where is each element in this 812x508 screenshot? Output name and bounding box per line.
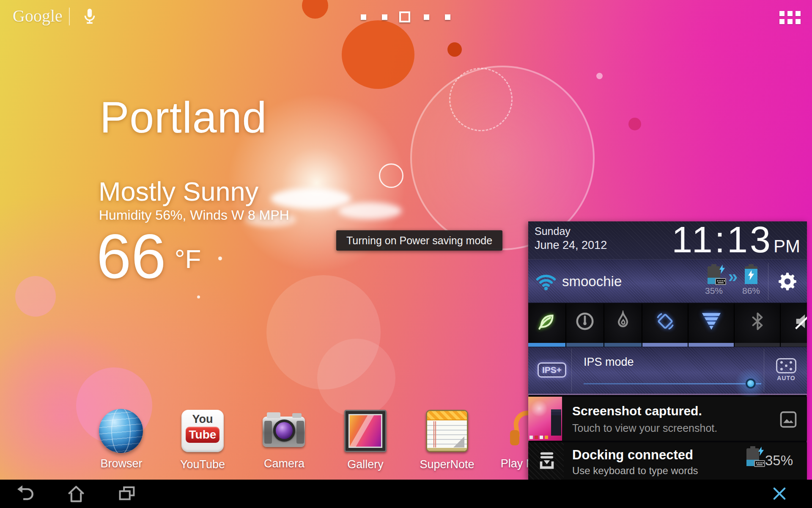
dock-battery-indicator: 86% [745, 266, 763, 296]
toggle-power-saving[interactable] [528, 304, 565, 347]
page-indicator-5[interactable] [445, 14, 450, 20]
home-button[interactable] [66, 484, 86, 504]
camera-icon [262, 409, 307, 454]
notification-docking[interactable]: Docking connected Use keyboard to type w… [528, 442, 807, 480]
app-label: Gallery [334, 458, 397, 471]
clock: 11:13 PM [672, 220, 800, 260]
charging-bolt-icon [758, 447, 764, 456]
notification-subtitle: Use keyboard to type words [572, 465, 698, 477]
charging-bolt-icon [748, 270, 754, 280]
pad-battery-icon [708, 266, 720, 284]
all-apps-button[interactable] [779, 11, 801, 24]
keyboard-dock-icon [754, 460, 765, 467]
app-label: SuperNote [415, 458, 479, 471]
pad-battery-percent: 35% [702, 286, 726, 296]
wifi-status-row[interactable]: smoochie 35% » 86% [528, 260, 807, 304]
ips-plus-badge[interactable]: IPS+ [538, 362, 566, 378]
toggle-performance-mode[interactable] [604, 304, 642, 347]
app-label: YouTube [171, 458, 234, 471]
youtube-icon: You Tube [181, 410, 224, 452]
back-button[interactable] [16, 484, 36, 504]
notification-subtitle: Touch to view your screenshot. [572, 422, 717, 434]
toast-message: Turning on Power saving mode [336, 230, 502, 251]
gallery-icon [344, 410, 387, 452]
flame-icon [612, 310, 634, 332]
pad-battery-indicator [746, 448, 759, 466]
date-block: Sunday June 24, 2012 [535, 225, 607, 252]
weather-temperature: 66 °F [96, 225, 201, 288]
weather-city: Portland [100, 92, 267, 143]
app-label: Browser [90, 457, 153, 470]
bluetooth-icon [747, 311, 768, 332]
dock-insert-icon [536, 449, 558, 473]
wifi-icon [535, 271, 557, 293]
home-screen: Google Portland Mostly Sunny Humidity 56… [0, 0, 812, 508]
notification-title: Docking connected [572, 447, 693, 463]
weather-details: Humidity 56%, Winds W 8 MPH [99, 207, 289, 223]
screenshot-thumbnail[interactable] [528, 397, 562, 441]
notification-title: Screenshot captured. [572, 404, 702, 418]
app-browser[interactable]: Browser [90, 409, 153, 470]
gauge-icon [574, 310, 596, 332]
weather-condition: Mostly Sunny [99, 176, 258, 207]
toggle-balanced-mode[interactable] [566, 304, 604, 347]
app-youtube[interactable]: You Tube YouTube [171, 409, 234, 471]
date-day: Sunday [535, 225, 607, 237]
clock-meridiem: PM [774, 236, 800, 257]
app-gallery[interactable]: Gallery [334, 409, 397, 471]
transfer-chevrons-icon: » [728, 267, 738, 286]
toggle-bluetooth[interactable] [735, 304, 780, 347]
browser-icon [99, 409, 143, 453]
app-label: Camera [252, 457, 316, 470]
voice-search-icon[interactable] [80, 6, 99, 26]
pad-battery-percent: 35% [765, 453, 793, 469]
pad-battery-indicator: 35% [708, 266, 726, 296]
temperature-unit: °F [175, 244, 201, 274]
toggle-sound-mute[interactable] [781, 304, 807, 347]
app-camera[interactable]: Camera [252, 409, 316, 470]
system-navbar [0, 480, 812, 508]
quick-toggles-row [528, 304, 807, 347]
pad-battery-icon [746, 448, 759, 466]
auto-brightness-button[interactable]: AUTO [773, 358, 800, 381]
app-supernote[interactable]: SuperNote [415, 409, 479, 471]
clock-time: 11:13 [672, 220, 773, 260]
page-indicator-current[interactable] [399, 11, 410, 22]
notification-panel: Sunday June 24, 2012 11:13 PM smoochie [528, 221, 807, 480]
rotate-screen-icon [653, 309, 677, 333]
charging-bolt-icon [719, 265, 725, 274]
dock-battery-icon [745, 266, 757, 284]
wifi-triangle-icon [700, 309, 723, 333]
page-indicator-2[interactable] [382, 14, 387, 20]
page-indicator-1[interactable] [361, 14, 366, 20]
auto-brightness-icon [776, 358, 796, 373]
wifi-ssid: smoochie [562, 273, 622, 290]
recent-apps-button[interactable] [117, 484, 137, 504]
keyboard-dock-icon [715, 278, 726, 285]
gallery-thumbnail-icon [779, 410, 798, 429]
supernote-icon [426, 410, 468, 452]
google-search-widget[interactable]: Google [13, 6, 63, 26]
toggle-auto-rotate[interactable] [642, 304, 688, 347]
leaf-icon [535, 310, 558, 333]
date-full: June 24, 2012 [535, 239, 607, 252]
ips-slider-thumb[interactable] [746, 378, 756, 389]
notification-screenshot[interactable]: Screenshot captured. Touch to view your … [528, 397, 807, 441]
page-indicator-4[interactable] [424, 14, 429, 20]
close-panel-button[interactable] [771, 485, 788, 502]
ips-mode-row: IPS+ IPS mode AUTO [528, 347, 807, 395]
panel-header: Sunday June 24, 2012 11:13 PM [528, 221, 807, 260]
toggle-wifi[interactable] [689, 304, 734, 347]
settings-gear-icon[interactable] [777, 271, 798, 292]
ips-mode-label: IPS mode [584, 356, 634, 369]
mute-icon [793, 310, 807, 332]
dock-battery-percent: 86% [739, 286, 763, 296]
search-divider [69, 8, 70, 25]
